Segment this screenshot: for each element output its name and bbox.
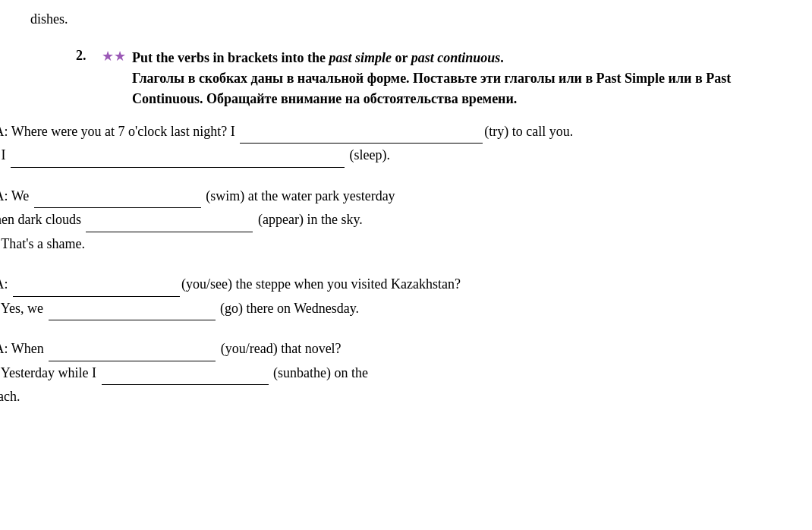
instruction-russian: Глаголы в скобках даны в начальной форме… (132, 71, 731, 106)
qa-2-q-after2: in the sky. (304, 212, 363, 227)
qa-2-a-before: B: That's a shame. (0, 236, 85, 251)
instruction-text-2: or (392, 50, 411, 65)
qa-3-a-after: there on Wednesday. (243, 301, 359, 316)
qa-3-answer: B: Yes, we (go) there on Wednesday. (0, 297, 782, 321)
stars-icon: ★★ (102, 48, 126, 65)
qa-4-q-before: 4 A: When (0, 341, 47, 356)
qa-group-4: 4 A: When (you/read) that novel? B: Yest… (0, 337, 782, 409)
qa-1-q-verb: (try) (484, 124, 508, 139)
qa-1-answer: B: I (sleep). (0, 144, 782, 168)
instruction-italic-1: past simple (329, 50, 392, 65)
qa-1-a-before: B: I (0, 147, 9, 162)
qa-4-question: 4 A: When (you/read) that novel? (0, 337, 782, 361)
qa-1-q-before: 1 A: Where were you at 7 o'clock last ni… (0, 124, 238, 139)
qa-2-question-line1: 2 A: We (swim) at the water park yesterd… (0, 185, 782, 209)
qa-2-question-line2: when dark clouds (appear) in the sky. (0, 208, 782, 232)
qa-3-question: 3 A: (you/see) the steppe when you visit… (0, 273, 782, 297)
qa-1-a-line (11, 167, 345, 168)
qa-3-q-after: the steppe when you visited Kazakhstan? (232, 276, 461, 292)
qa-4-q-after: that novel? (278, 341, 341, 356)
qa-4-answer-line1: B: Yesterday while I (sunbathe) on the (0, 361, 782, 386)
qa-2-answer: B: That's a shame. (0, 232, 782, 257)
qa-group-1: 1 A: Where were you at 7 o'clock last ni… (0, 120, 782, 168)
qa-3-a-line (49, 320, 216, 320)
qa-4-a-after: on the (331, 365, 368, 380)
qa-1-q-after: to call you. (508, 124, 573, 139)
top-text: dishes. (30, 8, 782, 32)
qa-1-question: 1 A: Where were you at 7 o'clock last ni… (0, 120, 782, 144)
qa-2-q-verb2: (appear) (254, 212, 303, 227)
exercise-number: 2. (76, 48, 99, 64)
qa-4-a-line (102, 384, 269, 385)
exercise-instruction: Put the verbs in brackets into the past … (132, 48, 782, 109)
exercise-block: 2. ★★ Put the verbs in brackets into the… (76, 48, 782, 109)
qa-group-3: 3 A: (you/see) the steppe when you visit… (0, 273, 782, 320)
exercise-header: 2. ★★ Put the verbs in brackets into the… (76, 48, 782, 109)
qa-2-q-before: 2 A: We (0, 188, 33, 203)
qa-3-a-verb: (go) (217, 301, 244, 316)
qa-4-q-verb: (you/read) (217, 341, 277, 356)
exercise-body: 1 A: Where were you at 7 o'clock last ni… (0, 120, 782, 409)
qa-4-a-before: B: Yesterday while I (0, 365, 100, 380)
qa-1-a-verb: (sleep). (346, 147, 390, 162)
qa-2-q-line2 (86, 232, 253, 232)
qa-2-q-verb: (swim) (203, 188, 245, 203)
qa-3-q-before: 3 A: (0, 276, 11, 292)
qa-3-q-verb: (you/see) (181, 276, 232, 292)
qa-3-a-before: B: Yes, we (0, 301, 47, 316)
qa-4-a-beach: beach. (0, 389, 20, 404)
qa-4-answer-line2: beach. (0, 385, 782, 409)
instruction-text-1: Put the verbs in brackets into the (132, 50, 329, 65)
qa-4-a-verb: (sunbathe) (270, 365, 331, 380)
qa-2-q-after: at the water park yesterday (244, 188, 395, 203)
qa-group-2: 2 A: We (swim) at the water park yesterd… (0, 185, 782, 257)
instruction-italic-2: past continuous (411, 50, 501, 65)
qa-2-q-prefix2: when dark clouds (0, 212, 84, 227)
instruction-text-3: . (500, 50, 504, 65)
